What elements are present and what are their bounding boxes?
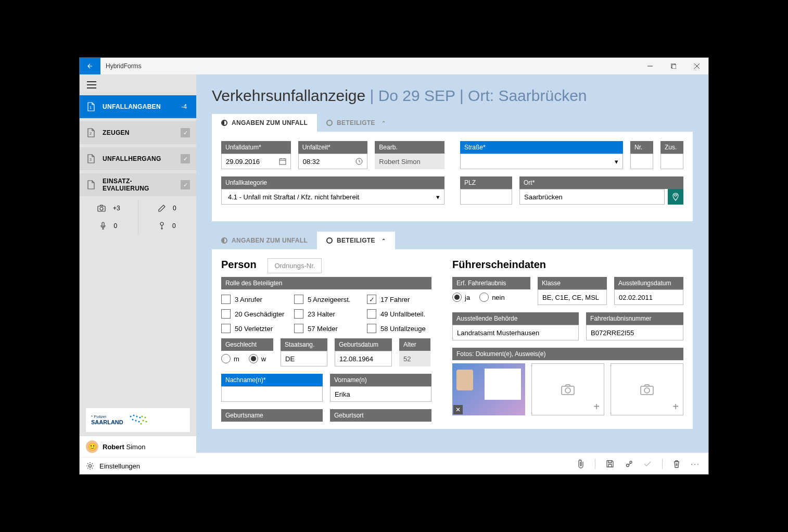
vorname-input[interactable] [330,386,431,402]
camera-icon [561,384,575,395]
kategorie-select[interactable]: 4.1 - Unfall mit Straftat / Kfz. nicht f… [221,189,444,205]
label: Unfallkategorie [221,176,444,189]
svg-point-12 [130,416,131,417]
checkbox-rolle[interactable]: 3 Anrufer [221,295,286,304]
klasse-input[interactable] [538,289,607,305]
stat-photo[interactable]: +3 [80,199,138,217]
checkbox-rolle[interactable]: 57 Melder [294,324,359,333]
tab-beteiligte-2[interactable]: BETEILIGTE⌃ [317,232,395,249]
logo-graphic [125,412,146,428]
checkbox-rolle[interactable]: 5 Anzeigeerst. [294,295,359,304]
checkbox-icon: ✓ [367,295,376,304]
confirm-button[interactable] [643,461,652,467]
svg-point-18 [138,421,139,423]
document-icon [86,180,96,190]
sidebar-item-zeugen[interactable]: 2 ZEUGEN ✓ [80,121,196,144]
nr-input[interactable] [630,154,653,169]
checkbox-rolle[interactable]: 49 Unfallbeteil. [367,309,431,319]
svg-point-33 [630,461,632,463]
staatsang-input[interactable] [281,351,327,366]
photo-add-slot[interactable]: + [531,363,604,415]
svg-point-27 [675,194,677,196]
attach-button[interactable] [577,459,584,468]
plz-input[interactable] [460,189,512,205]
sidebar-item-label: ZEUGEN [103,129,181,136]
checkbox-icon [294,324,303,333]
svg-text:1: 1 [90,106,92,109]
photo-add-slot[interactable]: + [611,363,683,415]
label: Erf. Fahrerlaubnis [452,277,530,289]
behoerde-input[interactable] [452,325,579,340]
bottombar: ··· [196,452,708,474]
nummer-input[interactable] [586,325,683,340]
close-button[interactable] [685,58,708,74]
svg-point-20 [144,417,146,419]
stat-mic[interactable]: 0 [80,217,138,235]
ordnungsnr-input[interactable]: Ordnungs-Nr. [268,258,322,273]
label: Geburtsdatum [335,338,392,351]
checkbox-rolle[interactable]: 23 Halter [294,309,359,319]
svg-point-19 [141,416,143,417]
user-profile[interactable]: 🙂 Robert Simon [80,436,196,457]
titlebar: HybridForms [80,58,708,74]
more-button[interactable]: ··· [691,460,700,468]
sidebar-item-unfallangaben[interactable]: 1 UNFALLANGABEN -4 [80,95,196,118]
checkbox-icon [367,324,376,333]
tab-unfall[interactable]: ANGABEN ZUM UNFALL [212,114,317,132]
svg-point-23 [140,423,142,425]
sidebar-item-label: EINSATZ- EVALUIERUNG [103,178,181,193]
svg-point-16 [132,419,133,421]
back-button[interactable] [80,58,100,74]
sidebar-item-badge: -4 [181,103,187,110]
share-button[interactable] [625,460,633,468]
sidebar-item-einsatz[interactable]: EINSATZ- EVALUIERUNG ✓ [80,173,196,196]
svg-text:3: 3 [90,158,92,161]
sidebar: 1 UNFALLANGABEN -4 2 ZEUGEN ✓ 3 UNFALLHE… [80,74,196,474]
checkbox-rolle[interactable]: 50 Verletzter [221,324,286,333]
svg-point-24 [89,465,92,467]
chevron-up-icon: ⌃ [382,238,386,244]
save-button[interactable] [606,460,614,468]
label: Zus. [660,141,683,154]
app-window: HybridForms 1 UNFALLANGABEN -4 2 ZEUGEN … [79,57,709,475]
nachname-input[interactable] [221,386,323,402]
minimize-button[interactable] [638,58,662,74]
settings-button[interactable]: Einstellungen [80,457,196,474]
delete-button[interactable] [673,460,680,468]
strasse-select[interactable]: ▾ [460,154,623,169]
progress-icon [326,237,333,244]
radio-w[interactable]: w [249,354,266,363]
sidebar-item-unfallhergang[interactable]: 3 UNFALLHERGANG ✓ [80,147,196,170]
camera-icon [640,384,654,395]
unfalldatum-input[interactable] [221,154,291,169]
label: Geburtsname [221,409,323,422]
checkbox-icon [221,309,231,319]
progress-icon [221,237,227,244]
tab-beteiligte[interactable]: BETEILIGTE⌃ [317,114,395,132]
svg-point-29 [565,388,570,393]
photo-thumbnail[interactable]: ✕ [452,363,525,415]
radio-m[interactable]: m [221,354,239,363]
label: Ausstellungsdatum [614,277,683,289]
checkbox-rolle[interactable]: 58 Unfallzeuge [367,324,431,333]
label: Vorname(n) [330,374,431,386]
stat-key[interactable]: 0 [138,217,197,235]
hamburger-button[interactable] [80,74,196,95]
ort-input[interactable] [519,189,665,205]
check-icon: ✓ [181,154,190,163]
plus-icon: + [593,401,600,413]
location-button[interactable] [668,189,683,205]
tab-unfall-2[interactable]: ANGABEN ZUM UNFALL [212,232,317,249]
sidebar-item-label: UNFALLANGABEN [103,103,181,110]
gebdatum-input[interactable] [335,351,392,366]
radio-nein[interactable]: nein [479,293,505,302]
stat-edit[interactable]: 0 [138,199,197,217]
ausdatum-input[interactable] [614,289,683,305]
checkbox-rolle[interactable]: 20 Geschädigter [221,309,286,319]
zus-input[interactable] [660,154,683,169]
maximize-button[interactable] [662,58,685,74]
checkbox-rolle[interactable]: ✓17 Fahrer [367,295,431,304]
unfallzeit-input[interactable] [298,154,368,169]
radio-ja[interactable]: ja [452,293,470,302]
close-icon[interactable]: ✕ [453,405,463,414]
